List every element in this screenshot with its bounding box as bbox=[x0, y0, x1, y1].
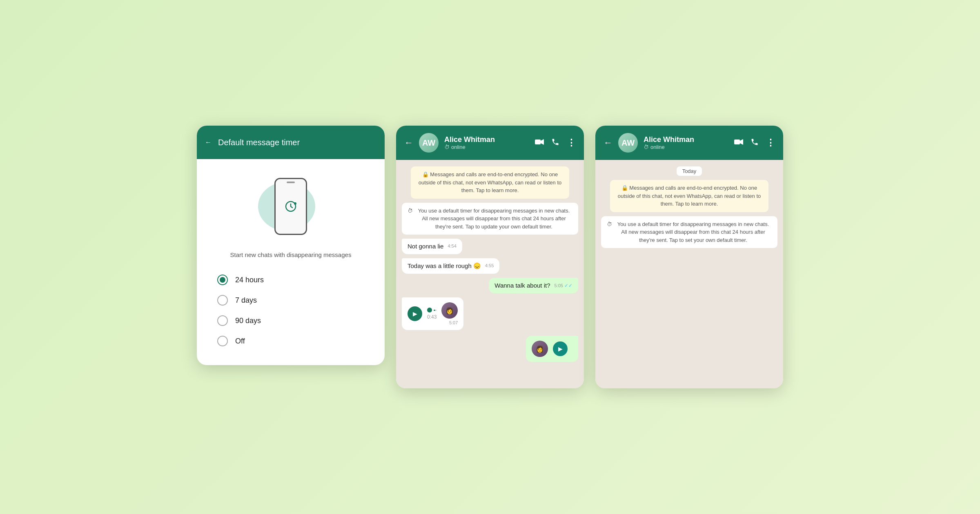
avatar-placeholder-1: AW bbox=[419, 133, 439, 153]
timer-header: ← Default message timer bbox=[197, 126, 385, 159]
voice-duration-1: 0:43 bbox=[427, 314, 437, 320]
svg-marker-5 bbox=[740, 139, 743, 145]
timer-status-icon-1: ⏱ bbox=[444, 144, 450, 150]
chat-header-1: ← AW Alice Whitman ⏱ online ⋮ bbox=[396, 126, 584, 160]
option-90d[interactable]: 90 days bbox=[217, 315, 364, 326]
chat-screen-1: ← AW Alice Whitman ⏱ online ⋮ bbox=[396, 126, 584, 388]
timer-notice-icon-1: ⏱ bbox=[408, 207, 413, 215]
voice-waveform-1: 0:43 bbox=[427, 308, 437, 320]
radio-options: 24 hours 7 days 90 days Off bbox=[213, 270, 368, 350]
message-3-time: 5:05 ✓✓ bbox=[555, 283, 572, 288]
screens-container: ← Default message timer Start new chats … bbox=[180, 109, 800, 405]
msg3-ticks: ✓✓ bbox=[564, 283, 572, 288]
phone-call-button-2[interactable] bbox=[751, 138, 759, 148]
voice-avatar-image-1: 👩 bbox=[441, 302, 458, 319]
voice-time-1: 5:07 bbox=[449, 320, 458, 325]
today-badge: Today bbox=[677, 166, 702, 176]
more-options-button-1[interactable]: ⋮ bbox=[567, 138, 576, 147]
illustration-phone bbox=[274, 178, 307, 235]
option-24h-label: 24 hours bbox=[235, 276, 264, 284]
timer-settings-screen: ← Default message timer Start new chats … bbox=[197, 126, 385, 365]
chat2-back-button[interactable]: ← bbox=[604, 137, 612, 148]
voice-avatar-2: 👩 bbox=[532, 341, 548, 357]
timer-subtitle: Start new chats with disappearing messag… bbox=[230, 251, 352, 258]
timer-clock-icon bbox=[284, 200, 297, 213]
video-call-button-2[interactable] bbox=[734, 139, 743, 147]
contact-status-1: ⏱ online bbox=[444, 144, 529, 150]
chat-header-2: ← AW Alice Whitman ⏱ online ⋮ bbox=[595, 126, 783, 160]
contact-avatar-1[interactable]: AW bbox=[419, 133, 439, 153]
contact-name-2: Alice Whitman bbox=[644, 135, 728, 144]
waveform-track-1 bbox=[434, 310, 437, 311]
radio-24h[interactable] bbox=[217, 275, 228, 285]
message-1: Not gonna lie 4:54 bbox=[402, 239, 462, 254]
chat-body-1: 🔒 Messages and calls are end-to-end encr… bbox=[396, 160, 584, 388]
voice-message-1[interactable]: ▶ 0:43 👩 5:07 bbox=[402, 297, 463, 330]
message-2-text: Today was a little rough 😞 bbox=[408, 262, 481, 269]
option-7d-label: 7 days bbox=[235, 296, 257, 305]
message-1-time: 4:54 bbox=[448, 244, 456, 248]
header-icons-1: ⋮ bbox=[535, 138, 576, 148]
timer-status-icon-2: ⏱ bbox=[644, 144, 649, 150]
disappear-notice-1[interactable]: ⏱ You use a default timer for disappeari… bbox=[402, 203, 578, 235]
back-button[interactable]: ← bbox=[205, 139, 212, 146]
option-off-label: Off bbox=[235, 337, 245, 346]
contact-info-1[interactable]: Alice Whitman ⏱ online bbox=[444, 135, 529, 150]
video-call-button-1[interactable] bbox=[535, 139, 544, 147]
chat-body-2: Today 🔒 Messages and calls are end-to-en… bbox=[595, 160, 783, 388]
radio-off[interactable] bbox=[217, 336, 228, 346]
disappear-notice-text-2: You use a default timer for disappearing… bbox=[615, 220, 772, 244]
status-text-2: online bbox=[650, 144, 665, 150]
option-7d[interactable]: 7 days bbox=[217, 295, 364, 306]
chat-screen-2: ← AW Alice Whitman ⏱ online ⋮ bbox=[595, 126, 783, 388]
message-3-text: Wanna talk about it? bbox=[494, 282, 550, 289]
option-off[interactable]: Off bbox=[217, 336, 364, 346]
contact-name-1: Alice Whitman bbox=[444, 135, 529, 144]
timer-illustration bbox=[254, 174, 327, 239]
message-2: Today was a little rough 😞 4:55 bbox=[402, 258, 499, 274]
radio-7d[interactable] bbox=[217, 295, 228, 306]
contact-info-2[interactable]: Alice Whitman ⏱ online bbox=[644, 135, 728, 150]
header-icons-2: ⋮ bbox=[734, 137, 775, 148]
radio-90d[interactable] bbox=[217, 315, 228, 326]
voice-message-2[interactable]: 👩 ▶ bbox=[526, 336, 578, 362]
phone-call-button-1[interactable] bbox=[551, 138, 559, 148]
voice-avatar-1: 👩 bbox=[441, 302, 458, 319]
option-90d-label: 90 days bbox=[235, 317, 261, 325]
svg-marker-3 bbox=[541, 139, 544, 145]
avatar-placeholder-2: AW bbox=[618, 133, 638, 153]
disappear-notice-2[interactable]: ⏱ You use a default timer for disappeari… bbox=[601, 216, 777, 248]
waveform-dot-1 bbox=[427, 308, 432, 312]
timer-notice-icon-2: ⏱ bbox=[607, 220, 612, 228]
waveform-filled-1 bbox=[434, 310, 435, 311]
disappear-notice-text-1: You use a default timer for disappearing… bbox=[415, 207, 572, 231]
message-1-text: Not gonna lie bbox=[408, 243, 443, 250]
encryption-notice-1[interactable]: 🔒 Messages and calls are end-to-end encr… bbox=[411, 166, 570, 199]
waveform-container-1 bbox=[427, 308, 437, 312]
more-options-button-2[interactable]: ⋮ bbox=[766, 137, 775, 148]
msg3-time-val: 5:05 bbox=[555, 283, 563, 288]
message-3: Wanna talk about it? 5:05 ✓✓ bbox=[489, 278, 578, 293]
svg-rect-4 bbox=[734, 140, 740, 144]
message-2-time: 4:55 bbox=[485, 263, 494, 268]
chat1-back-button[interactable]: ← bbox=[404, 137, 413, 148]
voice-play-button-1[interactable]: ▶ bbox=[408, 306, 422, 321]
status-text-1: online bbox=[451, 144, 466, 150]
encryption-notice-2[interactable]: 🔒 Messages and calls are end-to-end encr… bbox=[610, 180, 769, 212]
timer-body: Start new chats with disappearing messag… bbox=[197, 159, 385, 365]
timer-title: Default message timer bbox=[218, 138, 300, 147]
option-24h[interactable]: 24 hours bbox=[217, 275, 364, 285]
contact-status-2: ⏱ online bbox=[644, 144, 728, 150]
contact-avatar-2[interactable]: AW bbox=[618, 133, 638, 153]
voice-play-button-2[interactable]: ▶ bbox=[553, 341, 568, 356]
svg-rect-2 bbox=[535, 140, 541, 144]
voice-avatar-image-2: 👩 bbox=[532, 341, 548, 357]
